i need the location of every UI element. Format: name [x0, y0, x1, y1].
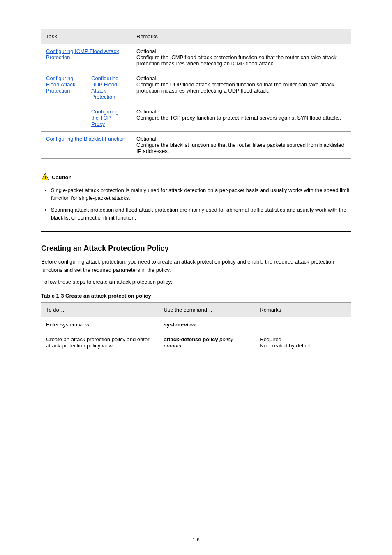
table-row: Create an attack protection policy and e… — [41, 332, 351, 353]
cell: Required Not created by default — [255, 332, 351, 353]
cell: Enter system view — [41, 317, 159, 332]
col-task: Task — [41, 29, 131, 44]
link-blacklist[interactable]: Configuring the Blacklist Function — [46, 136, 125, 142]
table-row: Configuring the Blacklist Function Optio… — [41, 132, 351, 159]
cell: system-view — [159, 317, 255, 332]
cell: Create an attack protection policy and e… — [41, 332, 159, 353]
remarks-cell: Optional Configure the TCP proxy functio… — [131, 104, 351, 132]
warning-icon — [41, 173, 52, 182]
link-flood-group[interactable]: Configuring Flood Attack Protection — [46, 75, 76, 94]
col-todo: To do… — [41, 302, 159, 317]
follow-steps: Follow these steps to create an attack p… — [41, 278, 351, 286]
list-item: Single-packet attack protection is mainl… — [51, 187, 351, 202]
task-table: Task Remarks Configuring ICMP Flood Atta… — [41, 29, 351, 159]
link-tcp-proxy-a[interactable]: Configuring the TCP — [91, 109, 119, 121]
cell: — — [255, 317, 351, 332]
table-row: Configuring ICMP Flood Attack Protection… — [41, 44, 351, 71]
table-row: Configuring Flood Attack Protection Conf… — [41, 71, 351, 104]
remarks-cell: Optional Configure the ICMP flood attack… — [131, 44, 351, 71]
col-command: Use the command… — [159, 302, 255, 317]
section-title: Creating an Attack Protection Policy — [41, 244, 351, 253]
cell: attack-defense policy policy-number — [159, 332, 255, 353]
svg-point-2 — [45, 178, 46, 179]
caution-list: Single-packet attack protection is mainl… — [41, 187, 351, 222]
section-body: Before configuring attack protection, yo… — [41, 258, 351, 274]
table-row: Configuring the TCP Proxy Optional Confi… — [41, 104, 351, 132]
col-remarks: Remarks — [131, 29, 351, 44]
caution-block: Caution Single-packet attack protection … — [41, 167, 351, 232]
remarks-cell: Optional Configure the UDP flood attack … — [131, 71, 351, 104]
col-remarks: Remarks — [255, 302, 351, 317]
link-icmp-flood[interactable]: Configuring ICMP Flood Attack Protection — [46, 48, 119, 60]
link-tcp-proxy-b[interactable]: Proxy — [91, 121, 105, 127]
link-udp-flood[interactable]: Configuring UDP Flood Attack Protection — [91, 75, 119, 100]
table-row: Enter system view system-view — — [41, 317, 351, 332]
page-number: 1-6 — [0, 537, 392, 543]
command-table: To do… Use the command… Remarks Enter sy… — [41, 302, 351, 353]
list-item: Scanning attack protection and flood att… — [51, 206, 351, 222]
table-2-title: Table 1-3 Create an attack protection po… — [41, 293, 351, 299]
caution-label: Caution — [52, 174, 71, 180]
remarks-cell: Optional Configure the blacklist functio… — [131, 132, 351, 159]
